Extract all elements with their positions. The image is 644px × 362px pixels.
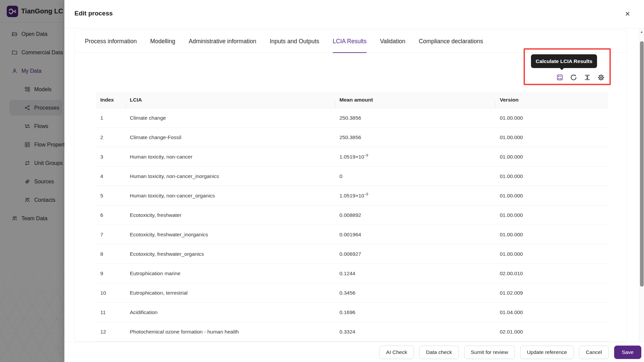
table-row: 5Human toxicity, non-cancer_organics1.05… xyxy=(96,186,608,205)
cell-lcia: Ecotoxicity, freshwater xyxy=(125,212,335,218)
tabs-card: Process informationModellingAdministrati… xyxy=(74,30,627,342)
lcia-toolbar xyxy=(556,74,605,81)
tab-lcia-results[interactable]: LCIA Results xyxy=(333,31,367,53)
cell-index: 12 xyxy=(96,329,125,335)
column-header-index: Index xyxy=(96,97,125,103)
cell-index: 4 xyxy=(96,173,125,179)
cell-index: 9 xyxy=(96,270,125,277)
modal-title: Edit process xyxy=(74,10,113,17)
cell-version: 01.04.000 xyxy=(495,309,608,315)
cell-lcia: Acidification xyxy=(125,309,335,315)
cell-mean-amount: 0.3456 xyxy=(335,290,495,296)
table-row: 2Climate change-Fossil250.385601.00.000 xyxy=(96,128,608,147)
table-row: 8Ecotoxicity, freshwater_organics0.00692… xyxy=(96,244,608,264)
cell-lcia: Ecotoxicity, freshwater_inorganics xyxy=(125,232,335,238)
cell-version: 02.01.000 xyxy=(495,329,608,335)
cell-mean-amount: 0.001964 xyxy=(335,232,495,238)
screen: TianGong LC Open DataCommercial DataMy D… xyxy=(0,0,644,362)
cell-lcia: Eutrophication, terrestrial xyxy=(125,290,335,296)
cell-index: 1 xyxy=(96,115,125,121)
save-button[interactable]: Save xyxy=(614,346,641,359)
scrollbar-up-arrow[interactable]: ▲ xyxy=(639,30,644,34)
cell-version: 01.00.000 xyxy=(495,115,608,121)
tab-process-information[interactable]: Process information xyxy=(85,31,137,53)
column-header-lcia: LCIA xyxy=(125,97,335,103)
ai-check-button[interactable]: AI Check xyxy=(379,346,414,359)
cell-lcia: Human toxicity, non-cancer_organics xyxy=(125,193,335,199)
data-check-button[interactable]: Data check xyxy=(419,346,459,359)
table-row: 9Eutrophication marine0.124402.00.010 xyxy=(96,264,608,283)
calculator-icon[interactable] xyxy=(556,74,564,81)
cell-mean-amount: 0.1244 xyxy=(335,270,495,277)
cell-lcia: Climate change xyxy=(125,115,335,121)
cell-index: 5 xyxy=(96,193,125,199)
table-row: 4Human toxicity, non-cancer_inorganics00… xyxy=(96,167,608,186)
cell-version: 01.00.000 xyxy=(495,212,608,218)
cell-index: 10 xyxy=(96,290,125,296)
cell-version: 01.00.000 xyxy=(495,193,608,199)
cell-mean-amount: 0.006927 xyxy=(335,251,495,257)
table-row: 6Ecotoxicity, freshwater0.00889201.00.00… xyxy=(96,205,608,225)
cell-version: 01.00.000 xyxy=(495,173,608,179)
table-row: 7Ecotoxicity, freshwater_inorganics0.001… xyxy=(96,225,608,244)
update-reference-button[interactable]: Update reference xyxy=(520,346,574,359)
tab-administrative-information[interactable]: Administrative information xyxy=(189,31,256,53)
cell-version: 01.02.009 xyxy=(495,290,608,296)
cell-index: 11 xyxy=(96,309,125,315)
column-header-version: Version xyxy=(495,97,608,103)
edit-process-modal: Edit process ✕ Process informationModell… xyxy=(64,0,644,362)
sumit-for-review-button[interactable]: Sumit for review xyxy=(464,346,515,359)
cell-lcia: Eutrophication marine xyxy=(125,270,335,277)
cell-version: 01.00.000 xyxy=(495,134,608,140)
cell-version: 01.00.000 xyxy=(495,251,608,257)
table-row: 10Eutrophication, terrestrial0.345601.02… xyxy=(96,283,608,303)
table-row: 12Photochemical ozone formation - human … xyxy=(96,322,608,342)
cell-index: 8 xyxy=(96,251,125,257)
tab-compliance-declarations[interactable]: Compliance declarations xyxy=(419,31,483,53)
cancel-button[interactable]: Cancel xyxy=(579,346,608,359)
table-body: 1Climate change250.385601.00.0002Climate… xyxy=(96,108,608,342)
cell-lcia: Ecotoxicity, freshwater_organics xyxy=(125,251,335,257)
footer-buttons: AI CheckData checkSumit for reviewUpdate… xyxy=(379,346,641,359)
column-header-mean-amount: Mean amount xyxy=(335,97,495,103)
cell-mean-amount: 0.1696 xyxy=(335,309,495,315)
cell-lcia: Climate change-Fossil xyxy=(125,134,335,140)
scrollbar-thumb[interactable] xyxy=(640,41,644,287)
calculate-lcia-tooltip: Calculate LCIA Results xyxy=(531,54,597,68)
cell-mean-amount: 250.3856 xyxy=(335,115,495,121)
table-row: 11Acidification0.169601.04.000 xyxy=(96,303,608,322)
cell-mean-amount: 1.0519×10−9 xyxy=(335,153,495,160)
cell-mean-amount: 250.3856 xyxy=(335,134,495,140)
tab-bar: Process informationModellingAdministrati… xyxy=(75,31,627,53)
cell-mean-amount: 0.008892 xyxy=(335,212,495,218)
cell-lcia: Human toxicity, non-cancer_inorganics xyxy=(125,173,335,179)
cell-mean-amount: 1.0519×10−9 xyxy=(335,192,495,199)
tab-inputs-and-outputs[interactable]: Inputs and Outputs xyxy=(270,31,319,53)
modal-header: Edit process ✕ xyxy=(64,0,644,28)
cell-index: 3 xyxy=(96,154,125,160)
table-header-row: IndexLCIAMean amountVersion xyxy=(96,92,608,108)
table-row: 1Climate change250.385601.00.000 xyxy=(96,108,608,128)
modal-footer: AI CheckData checkSumit for reviewUpdate… xyxy=(64,342,644,362)
settings-icon[interactable] xyxy=(597,74,605,81)
cell-mean-amount: 0.3324 xyxy=(335,329,495,335)
tab-modelling[interactable]: Modelling xyxy=(150,31,175,53)
refresh-icon[interactable] xyxy=(570,74,577,81)
cell-version: 02.00.010 xyxy=(495,270,608,277)
cell-version: 01.00.000 xyxy=(495,232,608,238)
cell-lcia: Human toxicity, non-cancer xyxy=(125,154,335,160)
tab-validation[interactable]: Validation xyxy=(380,31,406,53)
cell-version: 01.00.000 xyxy=(495,154,608,160)
cell-index: 2 xyxy=(96,134,125,140)
scrollbar-track[interactable]: ▲ xyxy=(639,28,644,342)
cell-lcia: Photochemical ozone formation - human he… xyxy=(125,329,335,335)
close-icon[interactable]: ✕ xyxy=(622,8,633,19)
table-row: 3Human toxicity, non-cancer1.0519×10−901… xyxy=(96,147,608,167)
cell-index: 6 xyxy=(96,212,125,218)
cell-index: 7 xyxy=(96,232,125,238)
cell-mean-amount: 0 xyxy=(335,173,495,179)
lcia-results-table: IndexLCIAMean amountVersion 1Climate cha… xyxy=(96,92,608,342)
text-height-icon[interactable] xyxy=(584,74,591,81)
